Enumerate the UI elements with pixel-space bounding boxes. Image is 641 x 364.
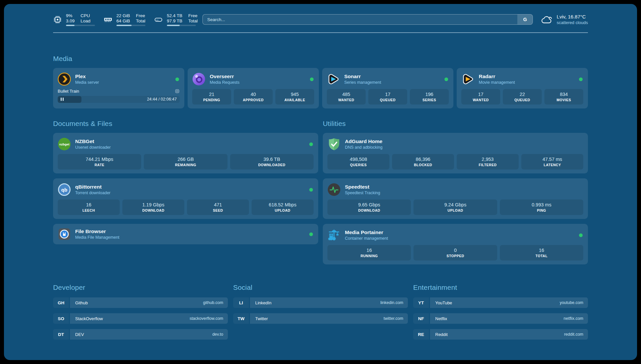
bookmark-name: DEV <box>75 332 84 337</box>
stat-value: 39.6 TB <box>263 157 280 162</box>
bookmark-name: Netflix <box>435 316 447 321</box>
stat-value: 945 <box>291 92 299 97</box>
stat-movies: 834 MOVIES <box>544 89 583 105</box>
plex-icon <box>58 73 71 86</box>
weather-condition: scattered clouds <box>557 20 588 25</box>
stat-download: 9.65 Gbps DOWNLOAD <box>327 199 411 215</box>
bookmark-name: Reddit <box>435 332 448 337</box>
portainer-icon <box>327 228 341 242</box>
weather-location-temp: Lviv, 16.87°C <box>557 14 588 20</box>
disk-free-label: Free <box>188 13 198 18</box>
stat-label: FILTERED <box>479 163 497 167</box>
cpu-load-value: 3.09 <box>66 18 75 24</box>
bookmark-abbr: NF <box>413 313 429 324</box>
service-description: Torrent downloader <box>75 190 305 196</box>
bookmark-name: YouTube <box>435 300 452 305</box>
service-card-filebrowser[interactable]: File Browser Media File Management <box>53 224 318 244</box>
service-card-portainer[interactable]: Media Portainer Container management 16 … <box>323 224 588 264</box>
load-label: Load <box>80 18 90 24</box>
service-card-nzbget[interactable]: nzbget NZBGet Usenet downloader 744.21 M… <box>53 133 318 173</box>
service-name: Sonarr <box>344 73 440 79</box>
memory-total-label: Total <box>136 18 145 24</box>
bookmark-domain: netflix.com <box>564 316 583 321</box>
bookmark-dev[interactable]: DT DEV dev.to <box>53 329 228 340</box>
service-card-radarr[interactable]: Radarr Movie management 17 WANTED 22 QUE… <box>457 68 588 108</box>
stat-value: 17 <box>478 92 483 97</box>
bookmark-netflix[interactable]: NF Netflix netflix.com <box>413 313 588 324</box>
bookmark-stackoverflow[interactable]: SO StackOverflow stackoverflow.com <box>53 313 228 324</box>
stat-value: 618.52 Mbps <box>269 202 296 208</box>
service-description: Series management <box>344 80 440 85</box>
search-input[interactable] <box>203 15 518 24</box>
service-card-overseerr[interactable]: Overseerr Media Requests 21 PENDING 40 A… <box>188 68 319 108</box>
service-description: DNS and adblocking <box>345 145 583 150</box>
bookmark-domain: stackoverflow.com <box>190 316 223 321</box>
bookmark-linkedin[interactable]: LI LinkedIn linkedin.com <box>233 297 408 308</box>
stat-blocked: 86,396 BLOCKED <box>392 154 454 169</box>
stat-label: UPLOAD <box>275 208 290 212</box>
bookmark-reddit[interactable]: RE Reddit reddit.com <box>413 329 588 340</box>
service-description: Usenet downloader <box>75 145 305 150</box>
bookmark-abbr: SO <box>53 313 69 324</box>
stat-label: QUERIES <box>350 163 367 167</box>
disk-free-value: 52.4 TB <box>167 13 182 18</box>
bookmark-abbr: LI <box>233 297 249 308</box>
stat-label: AVAILABLE <box>284 98 305 102</box>
section-documents: Documents & Files nzbget NZBGet Usenet d… <box>53 120 318 244</box>
status-dot <box>309 142 313 146</box>
stat-value: 9.65 Gbps <box>358 202 380 208</box>
stat-running: 16 RUNNING <box>327 245 411 260</box>
bookmark-abbr: YT <box>413 297 429 308</box>
stat-available: 945 AVAILABLE <box>275 89 314 105</box>
section-title-developer: Developer <box>53 284 228 291</box>
stat-value: 471 <box>214 202 222 208</box>
stat-ping: 0.993 ms PING <box>500 199 583 215</box>
stat-upload: 9.24 Gbps UPLOAD <box>413 199 497 215</box>
stat-value: 196 <box>425 92 433 97</box>
service-description: Speedtest Tracking <box>345 190 583 196</box>
stat-value: 0 <box>454 248 457 253</box>
stat-value: 22 <box>520 92 525 97</box>
system-resources: 9% 3.09 CPU Load <box>53 13 198 26</box>
stat-stopped: 0 STOPPED <box>413 245 497 260</box>
section-title-utilities: Utilities <box>323 120 588 128</box>
stat-label: QUEUED <box>514 98 530 102</box>
service-card-sonarr[interactable]: Sonarr Series management 485 WANTED 17 Q… <box>322 68 453 108</box>
stat-remaining: 266 GB REMAINING <box>144 154 227 169</box>
stat-value: 744.21 Mbps <box>86 157 113 162</box>
weather-widget[interactable]: Lviv, 16.87°C scattered clouds <box>540 14 588 25</box>
bookmark-domain: reddit.com <box>564 332 583 337</box>
service-description: Media Requests <box>210 80 306 85</box>
stat-value: 16 <box>367 248 372 253</box>
bookmark-name: Twitter <box>255 316 268 321</box>
service-name: AdGuard Home <box>345 138 583 144</box>
service-card-plex[interactable]: Plex Media server Bullet Train <box>53 68 184 108</box>
service-card-qbittorrent[interactable]: qb qBittorrent Torrent downloader 16 LEE… <box>53 178 318 219</box>
bookmark-twitter[interactable]: TW Twitter twitter.com <box>233 313 408 324</box>
playback-time: 24:44 / 02:06:47 <box>147 97 177 102</box>
bookmark-domain: youtube.com <box>560 300 583 305</box>
stat-label: MOVIES <box>557 98 571 102</box>
service-name: File Browser <box>75 228 305 234</box>
stat-pending: 21 PENDING <box>192 89 231 105</box>
service-card-speedtest[interactable]: Speedtest Speedtest Tracking 9.65 Gbps D… <box>323 178 588 219</box>
search-provider-button[interactable]: G <box>517 15 533 24</box>
stat-leech: 16 LEECH <box>58 199 120 215</box>
search-bar[interactable]: G <box>202 14 533 25</box>
nzbget-icon: nzbget <box>58 137 71 151</box>
stat-seed: 471 SEED <box>187 199 249 215</box>
bookmark-github[interactable]: GH Github github.com <box>53 297 228 308</box>
bookmark-domain: twitter.com <box>383 316 403 321</box>
service-description: Media File Management <box>75 235 305 240</box>
service-card-adguard[interactable]: AdGuard Home DNS and adblocking 498,508 … <box>323 133 588 173</box>
stat-label: SEED <box>213 208 223 212</box>
bookmark-domain: github.com <box>203 300 223 305</box>
stat-value: 86,396 <box>416 157 430 162</box>
service-name: Media Portainer <box>345 229 575 235</box>
stat-value: 485 <box>342 92 350 97</box>
stat-label: STOPPED <box>446 254 464 258</box>
stat-value: 498,508 <box>350 157 367 162</box>
bookmark-youtube[interactable]: YT YouTube youtube.com <box>413 297 588 308</box>
service-name: Speedtest <box>345 184 583 190</box>
stat-label: PENDING <box>203 98 220 102</box>
